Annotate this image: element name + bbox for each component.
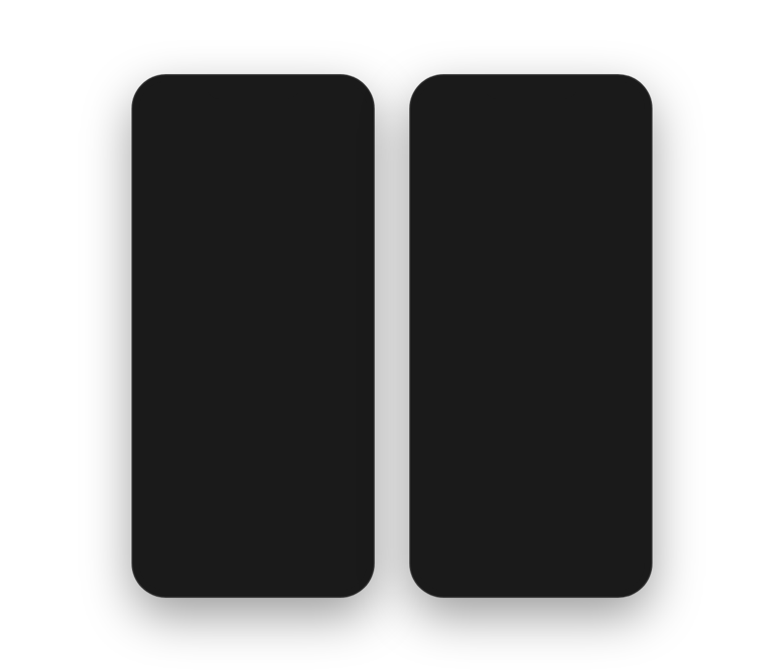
sticker-icon-right[interactable]: ✏️: [540, 569, 560, 583]
signal-icon-right: [593, 94, 603, 101]
product-stars-1: ★★★★★: [492, 421, 587, 429]
profile-pic-bar-right[interactable]: 🖼 Set Profile Picture: [417, 133, 645, 156]
message-row-1-left: 🎭 Hi 👋, welcome to Sephora!: [146, 200, 360, 224]
yes-button[interactable]: Yes: [146, 556, 250, 586]
message-row-2-left: Get makeup tips and reviews by chatting …: [146, 227, 360, 262]
status-time-right: 9:41: [432, 93, 450, 103]
status-icons-right: [593, 94, 630, 101]
message-input-row-right[interactable]: Type a message... ↩+: [424, 541, 638, 562]
signal-icon: [315, 94, 325, 101]
image-icon-right: 🖼: [493, 140, 501, 149]
message-bubble-3-left: Do you want to take a short quiz so I ca…: [170, 266, 306, 314]
toolbar-icons-left: 🏔 📷 GIF ✏️ 🙂 ⠿: [146, 527, 360, 545]
left-phone: 9:41: [133, 75, 373, 597]
started-chatting-left: You started chatting with Sephora: [146, 167, 360, 174]
blue-dot: [561, 179, 567, 185]
status-icons-left: [315, 94, 352, 101]
timestamp-left: Just now: [146, 185, 360, 193]
chat-title-chevron-right: ›: [484, 117, 486, 126]
status-bar-left: 9:41: [139, 82, 367, 109]
chat-header-left: ‹ Sephora ›: [139, 109, 367, 133]
input-area-left: Type a message... 🏔 📷 GIF ✏️ 🙂 ⠿: [139, 499, 367, 550]
status-time-left: 9:41: [154, 93, 172, 103]
sticker-icon[interactable]: ✏️: [262, 529, 282, 543]
chat-title-chevron-left: ›: [206, 117, 209, 126]
product-name-1: Anastasia Beverly Hills Modern Renaissan…: [492, 395, 587, 421]
product-stars-2: ★★★★★: [492, 455, 587, 463]
camera-icon-right[interactable]: 📷: [463, 569, 483, 583]
chat-screen-right: ‹ Sephora › 🖼 Set Profile Picture 🎙: [417, 109, 645, 590]
reply-icon[interactable]: ↩+: [614, 545, 630, 558]
quick-reply-area-left: Yes Skip: [139, 550, 367, 590]
chat-title-right: Sephora ›: [438, 115, 635, 127]
bot-avatar-right-1: 🎭: [424, 225, 444, 245]
emoji-icon-right[interactable]: 🙂: [579, 569, 599, 583]
svg-rect-2: [320, 95, 322, 101]
product-row-1: Anastasia Beverly Hills Modern Renaissan…: [448, 390, 596, 433]
right-phone: 9:41: [411, 75, 651, 597]
profile-pic-label-right: Set Profile Picture: [504, 140, 569, 149]
msg-top-rated-q: 🎭 Would you like to see top-rated produc…: [424, 198, 638, 246]
product-img-palette: [456, 401, 487, 423]
gif-icon[interactable]: GIF: [224, 529, 244, 543]
svg-rect-0: [315, 98, 317, 101]
photo-library-icon-right[interactable]: 🏔: [424, 569, 444, 583]
bot-dot-right-3: [438, 459, 445, 466]
sephora-card-subtitle: Top-Rated Eyes: [448, 377, 596, 385]
image-icon-left: 🖼: [215, 140, 223, 149]
skip-button[interactable]: Skip: [256, 556, 360, 586]
sephora-card: SEPHORA Top-Rated Eyes Anastasia Beverly…: [448, 358, 596, 466]
svg-rect-1: [318, 97, 320, 101]
profile-pic-label-left: Set Profile Picture: [227, 140, 291, 149]
message-bubble-category-q: Which category of top products would you…: [448, 284, 583, 319]
emoji-icon[interactable]: 🙂: [301, 529, 321, 543]
phone-screen-right: 9:41: [417, 82, 645, 590]
chat-header-right: ‹ Sephora ›: [417, 109, 645, 133]
svg-rect-8: [598, 95, 600, 101]
svg-rect-6: [593, 98, 595, 101]
msg-product-search: 🎙 Product search: [424, 163, 638, 195]
message-bubble-product-search: Product search: [553, 171, 638, 195]
product-info-2: Kat Von D Shade + Light Obsession Collec…: [492, 437, 587, 463]
profile-pic-bar-left[interactable]: 🖼 Set Profile Picture: [139, 133, 367, 156]
msg-sephora-card: 🎭 SEPHORA Top-Rated Eyes Anastasia Bever…: [424, 358, 638, 466]
product-row-2: Kat Von D Shade + Light Obsession Collec…: [448, 433, 596, 467]
more-icon[interactable]: ⠿: [340, 529, 360, 543]
chat-screen-left: ‹ Sephora › 🖼 Set Profile Picture You st…: [139, 109, 367, 590]
bot-dot-right-2: [438, 312, 445, 319]
message-input-left: Type a message...: [154, 508, 352, 518]
camera-icon[interactable]: 📷: [185, 529, 205, 543]
more-icon-right[interactable]: ⠿: [618, 569, 638, 583]
message-bubble-top-rated-q: Would you like to see top-rated products…: [448, 198, 583, 246]
gif-icon-right[interactable]: GIF: [502, 569, 522, 583]
bot-dot-right-1: [438, 238, 445, 245]
wifi-icon: [329, 94, 339, 101]
svg-rect-3: [323, 94, 325, 101]
msg-eyes-sent: 🎙 Eyes: [424, 323, 638, 355]
svg-rect-9: [601, 94, 603, 101]
messages-area-right: 🎙 Product search 🎭 Would you like: [417, 156, 645, 536]
bot-avatar-right-3: 🎭: [424, 447, 444, 466]
messages-area-left: You started chatting with Sephora Just n…: [139, 156, 367, 499]
message-bubble-1-left: Hi 👋, welcome to Sephora!: [170, 200, 293, 224]
phone-screen-left: 9:41: [139, 82, 367, 590]
bot-avatar-right-2: 🎭: [424, 300, 444, 319]
bot-avatar-1-left: 🎭: [146, 204, 166, 224]
back-button-left[interactable]: ‹: [149, 114, 153, 128]
product-info-1: Anastasia Beverly Hills Modern Renaissan…: [492, 395, 587, 429]
photo-library-icon[interactable]: 🏔: [146, 529, 166, 543]
message-bubble-top-rated: Top-rated: [585, 257, 638, 280]
product-img-dark: [456, 439, 487, 461]
product-name-2: Kat Von D Shade + Light Obsession Collec…: [492, 437, 587, 455]
status-bar-right: 9:41: [417, 82, 645, 109]
svg-rect-11: [621, 96, 628, 99]
svg-rect-7: [596, 97, 598, 101]
message-bubble-2-left: Get makeup tips and reviews by chatting …: [170, 227, 306, 262]
input-area-right: Type a message... ↩+ 🏔 📷 GIF ✏️ 🙂 ⠿: [417, 536, 645, 590]
back-button-right[interactable]: ‹: [427, 114, 431, 128]
message-input-row-left[interactable]: Type a message...: [146, 505, 360, 522]
message-input-right: Type a message...: [432, 547, 614, 556]
sephora-card-header: SEPHORA: [448, 358, 596, 377]
wifi-icon-right: [607, 94, 617, 101]
message-row-3-left: Do you want to take a short quiz so I ca…: [146, 266, 360, 314]
